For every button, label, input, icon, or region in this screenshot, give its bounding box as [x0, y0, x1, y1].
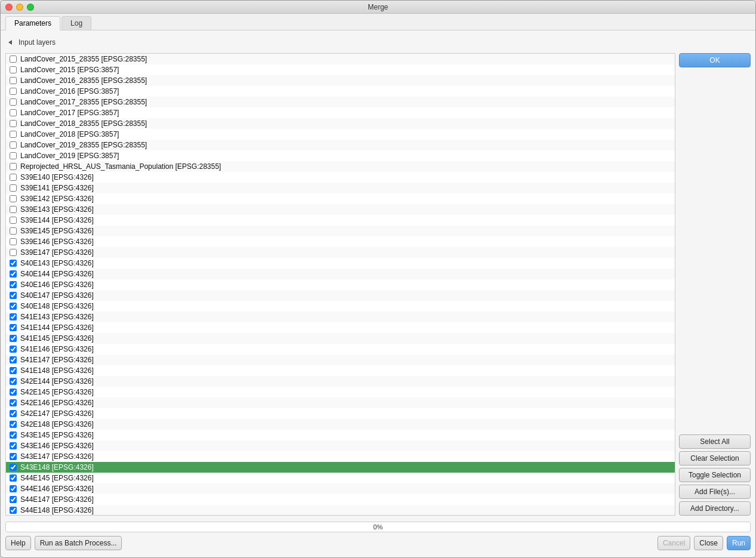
- list-item-checkbox[interactable]: [10, 485, 17, 492]
- list-item[interactable]: S43E148 [EPSG:4326]: [6, 462, 675, 473]
- list-item[interactable]: S40E146 [EPSG:4326]: [6, 279, 675, 290]
- run-button[interactable]: Run: [727, 536, 751, 550]
- list-item-checkbox[interactable]: [10, 335, 17, 342]
- list-item-checkbox[interactable]: [10, 496, 17, 503]
- list-item[interactable]: S41E144 [EPSG:4326]: [6, 322, 675, 333]
- list-item[interactable]: S39E145 [EPSG:4326]: [6, 226, 675, 236]
- list-item[interactable]: S40E148 [EPSG:4326]: [6, 301, 675, 312]
- batch-process-button[interactable]: Run as Batch Process...: [35, 536, 122, 550]
- list-item-checkbox[interactable]: [10, 152, 17, 159]
- list-item[interactable]: LandCover_2018 [EPSG:3857]: [6, 129, 675, 140]
- list-item-checkbox[interactable]: [10, 131, 17, 138]
- minimize-window-button[interactable]: [16, 4, 23, 11]
- list-item[interactable]: S42E144 [EPSG:4326]: [6, 376, 675, 387]
- list-item[interactable]: S40E144 [EPSG:4326]: [6, 269, 675, 279]
- select-all-button[interactable]: Select All: [679, 434, 751, 449]
- list-item-checkbox[interactable]: [10, 56, 17, 63]
- add-files-button[interactable]: Add File(s)...: [679, 485, 751, 499]
- list-item[interactable]: S44E145 [EPSG:4326]: [6, 473, 675, 483]
- list-item[interactable]: S43E147 [EPSG:4326]: [6, 451, 675, 462]
- list-item-checkbox[interactable]: [10, 120, 17, 127]
- list-item-checkbox[interactable]: [10, 346, 17, 353]
- list-item-checkbox[interactable]: [10, 356, 17, 363]
- list-item-checkbox[interactable]: [10, 260, 17, 267]
- list-item[interactable]: S44E146 [EPSG:4326]: [6, 483, 675, 494]
- list-item-checkbox[interactable]: [10, 431, 17, 439]
- list-item-checkbox[interactable]: [10, 109, 17, 116]
- list-item-checkbox[interactable]: [10, 281, 17, 288]
- list-item-checkbox[interactable]: [10, 389, 17, 396]
- list-item[interactable]: LandCover_2015 [EPSG:3857]: [6, 64, 675, 75]
- list-item[interactable]: S43E145 [EPSG:4326]: [6, 430, 675, 440]
- list-item[interactable]: S40E147 [EPSG:4326]: [6, 290, 675, 301]
- list-item-checkbox[interactable]: [10, 270, 17, 278]
- list-item-checkbox[interactable]: [10, 163, 17, 170]
- close-window-button[interactable]: [5, 4, 13, 11]
- list-item[interactable]: LandCover_2019 [EPSG:3857]: [6, 150, 675, 161]
- list-item-checkbox[interactable]: [10, 227, 17, 235]
- cancel-button[interactable]: Cancel: [657, 536, 690, 550]
- list-item[interactable]: S39E146 [EPSG:4326]: [6, 236, 675, 247]
- list-item-checkbox[interactable]: [10, 421, 17, 428]
- list-item[interactable]: S39E141 [EPSG:4326]: [6, 183, 675, 193]
- list-item-checkbox[interactable]: [10, 324, 17, 331]
- list-item[interactable]: S41E148 [EPSG:4326]: [6, 365, 675, 376]
- list-item[interactable]: S42E146 [EPSG:4326]: [6, 397, 675, 408]
- list-item[interactable]: S39E142 [EPSG:4326]: [6, 193, 675, 204]
- list-item-checkbox[interactable]: [10, 442, 17, 449]
- list-item[interactable]: S42E148 [EPSG:4326]: [6, 419, 675, 430]
- list-item-checkbox[interactable]: [10, 77, 17, 84]
- list-item-checkbox[interactable]: [10, 88, 17, 95]
- list-item[interactable]: S39E144 [EPSG:4326]: [6, 215, 675, 226]
- clear-selection-button[interactable]: Clear Selection: [679, 451, 751, 465]
- list-item[interactable]: S40E143 [EPSG:4326]: [6, 258, 675, 269]
- list-item-checkbox[interactable]: [10, 141, 17, 149]
- list-item[interactable]: S39E143 [EPSG:4326]: [6, 204, 675, 215]
- list-item-checkbox[interactable]: [10, 507, 17, 514]
- list-item-checkbox[interactable]: [10, 238, 17, 245]
- ok-button[interactable]: OK: [679, 53, 751, 67]
- list-item-checkbox[interactable]: [10, 217, 17, 224]
- list-item-checkbox[interactable]: [10, 410, 17, 417]
- list-item[interactable]: S41E146 [EPSG:4326]: [6, 344, 675, 354]
- list-item[interactable]: S41E145 [EPSG:4326]: [6, 333, 675, 344]
- list-item[interactable]: S39E147 [EPSG:4326]: [6, 247, 675, 258]
- list-item[interactable]: S39E140 [EPSG:4326]: [6, 172, 675, 183]
- list-item-checkbox[interactable]: [10, 184, 17, 192]
- list-item[interactable]: S41E143 [EPSG:4326]: [6, 312, 675, 322]
- list-item-checkbox[interactable]: [10, 474, 17, 482]
- list-item[interactable]: S44E147 [EPSG:4326]: [6, 494, 675, 505]
- list-item[interactable]: LandCover_2016 [EPSG:3857]: [6, 86, 675, 97]
- list-item[interactable]: LandCover_2016_28355 [EPSG:28355]: [6, 75, 675, 86]
- list-item-checkbox[interactable]: [10, 66, 17, 73]
- list-item[interactable]: LandCover_2015_28355 [EPSG:28355]: [6, 54, 675, 64]
- list-item-checkbox[interactable]: [10, 174, 17, 181]
- add-directory-button[interactable]: Add Directory...: [679, 501, 751, 516]
- list-item-checkbox[interactable]: [10, 98, 17, 106]
- help-button[interactable]: Help: [5, 536, 31, 550]
- list-item-checkbox[interactable]: [10, 206, 17, 213]
- list-item-checkbox[interactable]: [10, 399, 17, 406]
- list-item-checkbox[interactable]: [10, 313, 17, 320]
- list-item[interactable]: S44E148 [EPSG:4326]: [6, 505, 675, 516]
- list-item-checkbox[interactable]: [10, 195, 17, 202]
- tab-log[interactable]: Log: [62, 16, 91, 30]
- list-item[interactable]: LandCover_2017_28355 [EPSG:28355]: [6, 97, 675, 107]
- list-item[interactable]: S41E147 [EPSG:4326]: [6, 354, 675, 365]
- list-item-checkbox[interactable]: [10, 464, 17, 471]
- tab-parameters[interactable]: Parameters: [5, 16, 60, 30]
- layers-list[interactable]: LandCover_2015_28355 [EPSG:28355]LandCov…: [5, 53, 675, 516]
- close-button[interactable]: Close: [694, 536, 723, 550]
- list-item-checkbox[interactable]: [10, 303, 17, 310]
- list-item-checkbox[interactable]: [10, 453, 17, 460]
- list-item[interactable]: Reprojected_HRSL_AUS_Tasmania_Population…: [6, 161, 675, 172]
- list-item-checkbox[interactable]: [10, 367, 17, 374]
- list-item[interactable]: LandCover_2019_28355 [EPSG:28355]: [6, 140, 675, 150]
- list-item[interactable]: LandCover_2017 [EPSG:3857]: [6, 107, 675, 118]
- maximize-window-button[interactable]: [27, 4, 34, 11]
- back-arrow-button[interactable]: [5, 38, 15, 47]
- list-item[interactable]: S42E147 [EPSG:4326]: [6, 408, 675, 419]
- list-item-checkbox[interactable]: [10, 378, 17, 385]
- list-item-checkbox[interactable]: [10, 249, 17, 256]
- toggle-selection-button[interactable]: Toggle Selection: [679, 468, 751, 482]
